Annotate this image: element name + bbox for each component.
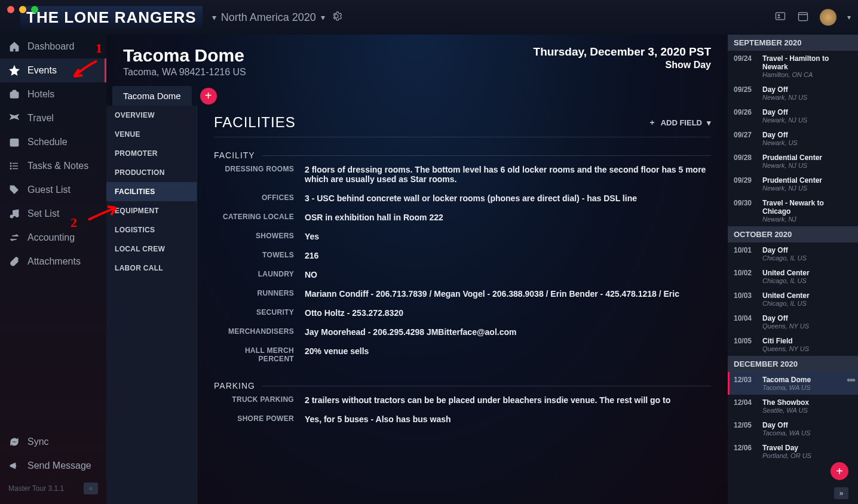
svg-rect-2 [799, 13, 808, 20]
subnav-item-equipment[interactable]: EQUIPMENT [106, 201, 197, 220]
sidebar-item-accounting[interactable]: Accounting [0, 226, 106, 250]
subnav-item-labor-call[interactable]: LABOR CALL [106, 259, 197, 278]
subnav-item-local-crew[interactable]: LOCAL CREW [106, 239, 197, 259]
field-row[interactable]: SECURITYOtto Holtz - 253.272.8320 [214, 303, 711, 322]
subnav-item-logistics[interactable]: LOGISTICS [106, 220, 197, 239]
venue-tab-active[interactable]: Tacoma Dome [112, 86, 192, 106]
sidebar-item-events[interactable]: Events [0, 59, 106, 82]
collapse-sidebar-button[interactable]: « [84, 483, 98, 494]
transfer-icon [8, 232, 20, 244]
calendar-item[interactable]: 10/02United CenterChicago, IL US [728, 265, 858, 288]
calendar-item[interactable]: 09/30Travel - Newark to ChicagoNewark, N… [728, 195, 858, 226]
section-parking: PARKINGTRUCK PARKING2 trailers without t… [214, 381, 711, 429]
calendar-item[interactable]: 09/27Day OffNewark, US [728, 127, 858, 150]
subnav-item-promoter[interactable]: PROMOTER [106, 144, 197, 163]
calendar-item[interactable]: 09/25Day OffNewark, NJ US [728, 82, 858, 105]
subnav-item-production[interactable]: PRODUCTION [106, 163, 197, 182]
calendar-title: United Center [762, 291, 852, 300]
calendar-desc: Day OffQueens, NY US [762, 314, 852, 330]
chevron-down-icon[interactable]: ▾ [847, 13, 851, 21]
sidebar-item-schedule[interactable]: Schedule [0, 130, 106, 154]
maximize-window-button[interactable] [31, 6, 38, 13]
field-row[interactable]: SHORE POWERYes, for 5 buses - Also has b… [214, 410, 711, 429]
field-row[interactable]: RUNNERSMariann Condiff - 206.713.7839 / … [214, 284, 711, 303]
field-row[interactable]: DRESSING ROOMS2 floors of dressing rooms… [214, 160, 711, 189]
field-row[interactable]: SHOWERSYes [214, 227, 711, 246]
calendar-item[interactable]: 12/06Travel DayPortland, OR US [728, 440, 858, 463]
sidebar-item-sync[interactable]: Sync [0, 430, 106, 454]
add-tab-button[interactable]: + [200, 88, 217, 105]
tour-selector[interactable]: ▾ North America 2020 ▾ [212, 11, 325, 24]
calendar-title: Day Off [762, 246, 852, 254]
gear-icon[interactable] [331, 11, 342, 24]
user-avatar[interactable] [820, 9, 836, 26]
section-title: PARKING [214, 381, 255, 391]
sidebar-item-set-list[interactable]: Set List [0, 202, 106, 226]
calendar-icon[interactable] [797, 10, 809, 24]
field-value: 20% venue sells [305, 346, 711, 363]
field-row[interactable]: TRUCK PARKING2 trailers without tractors… [214, 391, 711, 410]
field-row[interactable]: CATERING LOCALEOSR in exhibition hall in… [214, 208, 711, 227]
app-logo: THE LONE RANGERS [20, 6, 203, 29]
paperclip-icon [8, 256, 20, 268]
chevron-down-icon: ▾ [212, 13, 216, 22]
calendar-item[interactable]: 10/05Citi FieldQueens, NY US [728, 333, 858, 356]
sidebar-item-label: Accounting [27, 232, 75, 243]
add-event-button[interactable]: + [831, 462, 848, 480]
subnav-item-overview[interactable]: OVERVIEW [106, 106, 197, 125]
calendar-date: 12/05 [734, 421, 756, 437]
field-label: LAUNDRY [214, 270, 305, 279]
sidebar-item-send-message[interactable]: Send Message [0, 454, 106, 478]
calendar-desc: Day OffNewark, NJ US [762, 85, 852, 101]
sidebar-item-travel[interactable]: Travel [0, 106, 106, 130]
sync-icon [8, 436, 20, 448]
calendar-sub: Newark, US [762, 139, 852, 146]
field-value: Mariann Condiff - 206.713.7839 / Megan V… [305, 289, 711, 299]
calendar-item[interactable]: 12/03Tacoma DomeTacoma, WA US••• [728, 372, 858, 395]
calendar-title: The Showbox [762, 398, 852, 407]
calendar-item[interactable]: 09/28Prudential CenterNewark, NJ US [728, 150, 858, 173]
app-version: Master Tour 3.1.1 [8, 484, 64, 493]
divider [262, 155, 711, 156]
close-window-button[interactable] [7, 6, 14, 13]
sidebar-item-attachments[interactable]: Attachments [0, 250, 106, 273]
field-row[interactable]: TOWELS216 [214, 246, 711, 265]
collapse-calendar-button[interactable]: » [834, 487, 848, 499]
field-row[interactable]: OFFICES3 - USC behind concrete wall or l… [214, 189, 711, 208]
calendar-desc: Travel - Newark to ChicagoNewark, NJ [762, 199, 852, 223]
sidebar-item-guest-list[interactable]: Guest List [0, 178, 106, 202]
field-row[interactable]: MERCHANDISERSJay Moorehead - 206.295.429… [214, 322, 711, 342]
subnav-item-venue[interactable]: VENUE [106, 125, 197, 144]
titlebar-actions: ▾ [774, 9, 851, 26]
sidebar-item-tasks-notes[interactable]: Tasks & Notes [0, 154, 106, 178]
sidebar-item-dashboard[interactable]: Dashboard [0, 35, 106, 59]
calendar-sub: Newark, NJ US [762, 185, 852, 192]
field-label: SHOWERS [214, 232, 305, 241]
contact-card-icon[interactable] [774, 10, 786, 24]
minimize-window-button[interactable] [19, 6, 26, 13]
field-label: HALL MERCH PERCENT [214, 346, 305, 363]
field-row[interactable]: LAUNDRYNO [214, 265, 711, 284]
calendar-item[interactable]: 09/29Prudential CenterNewark, NJ US [728, 173, 858, 195]
sidebar-item-hotels[interactable]: Hotels [0, 82, 106, 106]
sidebar-item-label: Send Message [27, 460, 91, 471]
field-row[interactable]: HALL MERCH PERCENT20% venue sells [214, 342, 711, 368]
calendar-date: 09/30 [734, 199, 756, 223]
calendar-date: 10/04 [734, 314, 756, 330]
add-field-button[interactable]: ＋ ADD FIELD ▾ [648, 117, 711, 128]
calendar-item[interactable]: 10/03United CenterChicago, IL US [728, 288, 858, 311]
calendar-item[interactable]: 12/04The ShowboxSeattle, WA US [728, 395, 858, 417]
calendar-item[interactable]: 10/01Day OffChicago, IL US [728, 242, 858, 265]
calendar-sub: Seattle, WA US [762, 407, 852, 414]
subnav-item-facilities[interactable]: FACILITIES [106, 182, 197, 201]
calendar-item[interactable]: 12/05Day OffTacoma, WA US [728, 417, 858, 440]
calendar-date: 09/26 [734, 108, 756, 124]
calendar-item[interactable]: 09/26Day OffNewark, NJ US [728, 105, 858, 127]
svg-point-15 [16, 214, 19, 217]
more-icon[interactable]: ••• [847, 374, 854, 387]
svg-point-1 [778, 14, 780, 16]
calendar-item[interactable]: 09/24Travel - Hamilton to NewarkHamilton… [728, 51, 858, 82]
calendar-item[interactable]: 10/04Day OffQueens, NY US [728, 311, 858, 333]
svg-rect-4 [10, 92, 19, 98]
section-title: FACILITY [214, 150, 255, 160]
